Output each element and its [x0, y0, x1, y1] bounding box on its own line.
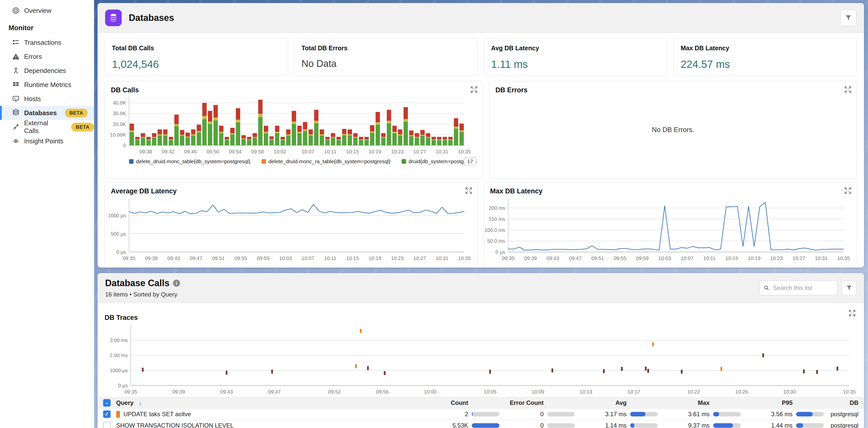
select-all-checkbox[interactable]: –: [103, 399, 111, 407]
svg-text:09:54: 09:54: [229, 149, 241, 154]
max-db-latency-line-chart[interactable]: 0 µs50.0 ms100.0 ms150 ms200 ms09:3509:3…: [484, 195, 850, 264]
stat-value: 1.11 ms: [491, 58, 660, 70]
svg-text:09:42: 09:42: [162, 149, 175, 154]
sidebar-item-label: Insight Points: [24, 137, 63, 145]
column-avg[interactable]: Avg: [575, 399, 658, 406]
svg-text:2.00 ms: 2.00 ms: [110, 353, 128, 358]
sidebar-item-insight-points[interactable]: Insight Points: [0, 134, 94, 148]
sidebar-item-transactions[interactable]: Transactions: [0, 35, 94, 50]
filter-button[interactable]: [840, 10, 857, 26]
db-traces-card: DB Traces 0 µs1000 µs2.00 ms3.00 ms09:35…: [98, 303, 864, 397]
table-row[interactable]: SHOW TRANSACTION ISOLATION LEVEL 5.53K 0…: [98, 420, 864, 428]
stats-row: Total DB Calls 1,024,546 Total DB Errors…: [98, 33, 864, 78]
svg-text:09:39: 09:39: [145, 255, 158, 261]
svg-text:09:35: 09:35: [123, 255, 135, 261]
sidebar-item-label: Errors: [24, 53, 42, 61]
sidebar-item-databases[interactable]: Databases BETA: [0, 106, 94, 120]
column-max[interactable]: Max: [658, 399, 741, 406]
page-title: Databases: [129, 12, 174, 23]
svg-text:10:23: 10:23: [391, 149, 404, 154]
db-errors-chart-card: DB Errors No DB Errors.: [489, 81, 857, 179]
column-db[interactable]: DB: [824, 399, 864, 406]
avg-db-latency-line-chart[interactable]: 0 µs500 µs1000 µs09:3509:3909:4309:4709:…: [105, 195, 471, 264]
svg-text:10:13: 10:13: [580, 389, 592, 395]
sidebar-item-runtime-metrics[interactable]: Runtime Metrics: [0, 78, 94, 92]
stat-total-db-calls: Total DB Calls 1,024,546: [104, 38, 288, 76]
expand-icon[interactable]: [844, 86, 851, 94]
legend-label: delete_druid.monc_ra_table{db_system=pos…: [269, 158, 391, 164]
svg-text:09:43: 09:43: [547, 255, 559, 261]
svg-text:09:50: 09:50: [207, 149, 219, 154]
db-calls-bar-chart[interactable]: 010.00K20.0K30.0K40.0K09:3809:4209:4609:…: [105, 94, 471, 157]
list-filter-button[interactable]: [842, 281, 857, 295]
db-type: postgresql: [824, 411, 864, 418]
stat-max-db-latency: Max DB Latency 224.57 ms: [673, 38, 857, 76]
legend-item[interactable]: delete_druid.monc_ra_table{db_system=pos…: [261, 158, 391, 164]
svg-text:0 µs: 0 µs: [118, 383, 128, 388]
legend-swatch: [129, 159, 133, 164]
sidebar-item-dependencies[interactable]: Dependencies: [0, 64, 94, 78]
svg-text:0 µs: 0 µs: [117, 249, 126, 255]
beta-badge: BETA: [71, 123, 94, 131]
grid-icon: [11, 81, 20, 89]
sidebar-item-external-calls[interactable]: External Calls BETA: [0, 120, 94, 134]
search-icon: [764, 285, 769, 291]
legend-item[interactable]: delete_druid.monc_table{db_system=postgr…: [129, 158, 250, 164]
svg-text:10:11: 10:11: [324, 149, 336, 154]
svg-text:09:47: 09:47: [190, 255, 203, 261]
svg-text:10:07: 10:07: [302, 255, 314, 261]
table-row[interactable]: ✓ UPDATE taks SET acitve 2 0 3.17 ms 3.6…: [98, 409, 864, 420]
expand-icon[interactable]: [470, 86, 478, 94]
column-error-count[interactable]: Error Count: [499, 399, 575, 406]
max-bar: [713, 412, 741, 417]
search-box[interactable]: [760, 281, 837, 295]
stat-value: No Data: [302, 58, 470, 69]
sidebar-section-monitor: Monitor: [0, 18, 94, 35]
sidebar-item-errors[interactable]: Errors: [0, 50, 94, 64]
external-calls-icon: [11, 123, 20, 131]
expand-icon[interactable]: [465, 187, 472, 195]
db-traces-scatter-chart[interactable]: 0 µs1000 µs2.00 ms3.00 ms09:3509:3909:43…: [104, 322, 857, 397]
svg-text:10:15: 10:15: [346, 255, 359, 261]
legend-label: delete_druid.monc_table{db_system=postgr…: [136, 158, 250, 164]
svg-text:10:07: 10:07: [681, 255, 693, 261]
charts-row-bottom: Average DB Latency 0 µs500 µs1000 µs09:3…: [98, 179, 864, 267]
expand-icon[interactable]: [844, 187, 851, 195]
svg-text:10:27: 10:27: [793, 255, 805, 261]
avg-db-latency-chart-card: Average DB Latency 0 µs500 µs1000 µs09:3…: [104, 182, 478, 267]
info-icon[interactable]: i: [173, 280, 180, 287]
query-text[interactable]: UPDATE taks SET acitve: [123, 411, 191, 418]
db-calls-legend: delete_druid.monc_table{db_system=postgr…: [105, 157, 483, 164]
svg-text:10:11: 10:11: [703, 255, 716, 261]
column-count[interactable]: Count: [436, 399, 499, 406]
svg-text:10:27: 10:27: [413, 255, 426, 261]
svg-text:10:03: 10:03: [279, 255, 292, 261]
svg-text:10:23: 10:23: [391, 255, 404, 261]
sidebar-item-label: External Calls: [24, 119, 63, 135]
database-calls-table: – Query ↓ Count Error Count Avg Max P95 …: [98, 397, 864, 428]
dependencies-icon: [11, 66, 20, 75]
row-checkbox[interactable]: ✓: [103, 410, 111, 418]
svg-text:10:23: 10:23: [770, 255, 783, 261]
svg-text:30.0K: 30.0K: [113, 111, 126, 116]
svg-text:09:52: 09:52: [328, 389, 341, 395]
sort-descending-icon[interactable]: ↓: [138, 399, 142, 406]
column-query[interactable]: Query: [116, 399, 133, 406]
database-calls-subtitle: 16 items • Sorted by Query: [105, 291, 180, 298]
svg-text:200 ms: 200 ms: [489, 205, 505, 211]
search-input[interactable]: [773, 284, 833, 292]
db-type: postgresql: [824, 422, 864, 428]
svg-text:09:43: 09:43: [220, 389, 233, 395]
row-checkbox[interactable]: [103, 422, 111, 428]
p95-bar: [796, 423, 824, 428]
svg-text:10:35: 10:35: [458, 149, 471, 154]
sidebar-item-overview[interactable]: Overview: [0, 3, 94, 18]
transactions-icon: [11, 38, 20, 47]
table-header-row: – Query ↓ Count Error Count Avg Max P95 …: [98, 397, 864, 409]
query-text[interactable]: SHOW TRANSACTION ISOLATION LEVEL: [116, 422, 234, 428]
column-p95[interactable]: P95: [741, 399, 824, 406]
svg-text:10:11: 10:11: [324, 255, 336, 261]
expand-icon[interactable]: [848, 309, 856, 318]
legend-overflow-count[interactable]: 17: [464, 157, 476, 165]
sidebar-item-hosts[interactable]: Hosts: [0, 92, 94, 106]
